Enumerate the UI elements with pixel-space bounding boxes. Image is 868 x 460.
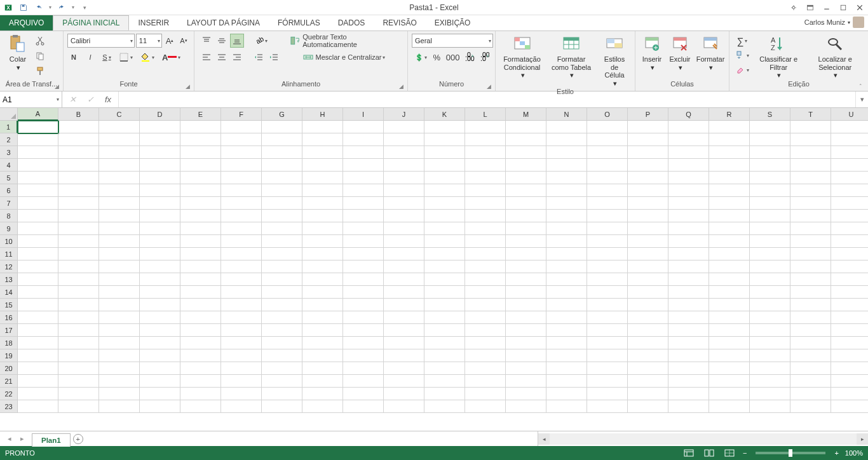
cell[interactable] [709,248,750,260]
tab-file[interactable]: ARQUIVO [0,15,53,30]
cell[interactable] [424,197,465,210]
cell[interactable] [343,235,384,248]
cell[interactable] [180,159,221,172]
row-header[interactable]: 10 [0,235,18,248]
cell[interactable] [180,133,221,146]
cell[interactable] [587,311,628,324]
cell[interactable] [546,210,587,222]
cell[interactable] [343,337,384,349]
decrease-indent-button[interactable] [252,50,266,64]
cell[interactable] [343,362,384,375]
column-header[interactable]: Q [668,108,709,121]
cell[interactable] [750,121,790,133]
expand-formula-bar-button[interactable]: ▾ [855,91,868,107]
cell[interactable] [424,286,465,299]
cell[interactable] [384,235,424,248]
horizontal-scrollbar[interactable]: ◂ ▸ [538,433,868,445]
cell[interactable] [302,184,343,197]
cell[interactable] [587,400,628,413]
cell[interactable] [546,235,587,248]
cell[interactable] [668,311,709,324]
cell[interactable] [262,159,302,172]
cell[interactable] [587,375,628,388]
cell[interactable] [262,362,302,375]
cell[interactable] [140,324,180,337]
cell[interactable] [58,400,99,413]
cell[interactable] [384,349,424,362]
cell[interactable] [18,133,58,146]
cell[interactable] [18,337,58,349]
ribbon-collapse-button[interactable]: ˄ [857,83,864,90]
cell[interactable] [587,260,628,273]
cell[interactable] [343,146,384,159]
cell[interactable] [424,121,465,133]
column-header[interactable]: K [424,108,465,121]
cell[interactable] [18,184,58,197]
cell[interactable] [465,362,506,375]
cell[interactable] [221,362,262,375]
cell[interactable] [546,159,587,172]
cell[interactable] [180,299,221,311]
cell[interactable] [709,324,750,337]
copy-button[interactable] [33,49,47,63]
cell[interactable] [465,159,506,172]
cell[interactable] [18,146,58,159]
cell[interactable] [546,349,587,362]
cell[interactable] [750,337,790,349]
cell[interactable] [790,337,831,349]
cell[interactable] [831,146,868,159]
cell[interactable] [465,375,506,388]
cell[interactable] [302,197,343,210]
cell[interactable] [221,222,262,235]
cell[interactable] [99,299,140,311]
cell[interactable] [302,375,343,388]
scroll-right-button[interactable]: ▸ [857,433,868,445]
cell[interactable] [790,299,831,311]
cell[interactable] [750,273,790,286]
column-header[interactable]: B [58,108,99,121]
cell[interactable] [546,324,587,337]
cell[interactable] [628,222,668,235]
row-header[interactable]: 11 [0,248,18,260]
row-header[interactable]: 1 [0,121,18,133]
cell[interactable] [628,260,668,273]
cell[interactable] [587,235,628,248]
cell[interactable] [465,286,506,299]
cell[interactable] [750,375,790,388]
cell[interactable] [831,324,868,337]
cell[interactable] [465,210,506,222]
cell[interactable] [302,133,343,146]
cell[interactable] [628,311,668,324]
cell[interactable] [343,273,384,286]
paste-button[interactable]: Colar ▾ [3,32,33,71]
cell[interactable] [18,260,58,273]
cell[interactable] [302,388,343,400]
cell[interactable] [140,349,180,362]
cell[interactable] [709,388,750,400]
delete-cells-button[interactable]: Excluir▾ [666,32,694,71]
cell[interactable] [58,349,99,362]
cell[interactable] [546,311,587,324]
cell[interactable] [831,172,868,184]
cell[interactable] [99,197,140,210]
align-bottom-button[interactable] [230,34,244,48]
bold-button[interactable]: N [67,50,80,64]
cell[interactable] [628,121,668,133]
cell[interactable] [587,349,628,362]
cell[interactable] [221,146,262,159]
cell[interactable] [99,121,140,133]
cell[interactable] [180,235,221,248]
font-dialog-launcher[interactable]: ◢ [184,83,191,90]
cell[interactable] [506,121,546,133]
cell[interactable] [180,248,221,260]
cell[interactable] [180,311,221,324]
align-right-button[interactable] [230,50,244,64]
cell[interactable] [750,210,790,222]
cell[interactable] [18,273,58,286]
decrease-decimal-button[interactable]: .00.0 [478,50,491,64]
cell[interactable] [506,375,546,388]
cell[interactable] [302,172,343,184]
tab-insert[interactable]: INSERIR [129,15,178,30]
cell[interactable] [99,235,140,248]
cell[interactable] [221,197,262,210]
